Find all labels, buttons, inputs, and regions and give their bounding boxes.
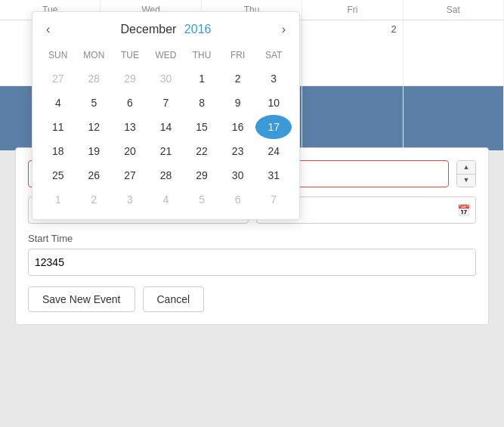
datepicker-day[interactable]: 26 [76, 163, 113, 187]
datepicker-day[interactable]: 23 [220, 139, 256, 163]
datepicker-prev-button[interactable]: ‹ [40, 20, 56, 39]
datepicker-day[interactable]: 25 [40, 163, 76, 187]
datepicker-day[interactable]: 18 [40, 139, 76, 163]
start-time-label: Start Time [28, 233, 476, 244]
datepicker-day[interactable]: 2 [76, 187, 113, 212]
datepicker-weekday: SAT [255, 47, 292, 63]
datepicker-day[interactable]: 6 [220, 187, 256, 212]
cal-cell [404, 86, 504, 151]
datepicker-weekday: TUE [112, 47, 148, 63]
datepicker-month: December [121, 23, 177, 36]
datepicker-day[interactable]: 24 [255, 139, 292, 163]
spinner-down-button[interactable]: ▼ [457, 175, 475, 187]
datepicker-weekdays: SUNMONTUEWEDTHUFRISAT [40, 47, 292, 63]
datepicker-day[interactable]: 3 [255, 67, 292, 91]
datepicker-day[interactable]: 13 [112, 115, 148, 139]
datepicker-day[interactable]: 30 [148, 67, 184, 91]
datepicker-day[interactable]: 19 [76, 139, 113, 163]
datepicker-days: 2728293012345678910111213141516171819202… [40, 67, 292, 212]
datepicker-month-year: December 2016 [121, 23, 212, 36]
datepicker-day[interactable]: 5 [76, 91, 113, 115]
datepicker-day[interactable]: 4 [40, 91, 76, 115]
datepicker-weekday: WED [148, 47, 184, 63]
datepicker-day[interactable]: 15 [184, 115, 220, 139]
datepicker-day[interactable]: 29 [112, 67, 148, 91]
datepicker-day[interactable]: 2 [220, 67, 256, 91]
start-time-input[interactable] [28, 249, 476, 276]
spinner-up-button[interactable]: ▲ [457, 161, 475, 175]
save-new-event-button[interactable]: Save New Event [28, 286, 135, 312]
spinner: ▲ ▼ [456, 160, 476, 187]
datepicker-day[interactable]: 27 [112, 163, 148, 187]
datepicker-day[interactable]: 30 [220, 163, 256, 187]
cancel-button[interactable]: Cancel [143, 286, 205, 312]
datepicker-weekday: MON [76, 47, 113, 63]
datepicker-popup: ‹ December 2016 › SUNMONTUEWEDTHUFRISAT … [32, 11, 300, 220]
datepicker-weekday: THU [184, 47, 220, 63]
datepicker-day[interactable]: 10 [255, 91, 292, 115]
datepicker-day[interactable]: 9 [220, 91, 256, 115]
cal-cell [404, 20, 504, 85]
datepicker-day[interactable]: 1 [184, 67, 220, 91]
datepicker-day[interactable]: 3 [112, 187, 148, 212]
datepicker-weekday: SUN [40, 47, 76, 63]
datepicker-day[interactable]: 16 [220, 115, 256, 139]
cal-cell: 2 [302, 20, 403, 85]
datepicker-day[interactable]: 17 [255, 115, 292, 139]
datepicker-weekday: FRI [220, 47, 256, 63]
datepicker-day[interactable]: 4 [148, 187, 184, 212]
datepicker-day[interactable]: 11 [40, 115, 76, 139]
calendar-icon-end: 📅 [457, 204, 470, 216]
datepicker-day[interactable]: 6 [112, 91, 148, 115]
datepicker-day[interactable]: 21 [148, 139, 184, 163]
datepicker-day[interactable]: 28 [148, 163, 184, 187]
button-row: Save New Event Cancel [28, 286, 476, 312]
datepicker-day[interactable]: 14 [148, 115, 184, 139]
datepicker-next-button[interactable]: › [276, 20, 292, 39]
col-sat: Sat [404, 0, 504, 20]
datepicker-year: 2016 [184, 23, 212, 36]
datepicker-day[interactable]: 8 [184, 91, 220, 115]
datepicker-day[interactable]: 12 [76, 115, 113, 139]
datepicker-day[interactable]: 1 [40, 187, 76, 212]
col-fri: Fri [302, 0, 403, 20]
datepicker-day[interactable]: 22 [184, 139, 220, 163]
cal-cell [302, 86, 403, 151]
datepicker-day[interactable]: 31 [255, 163, 292, 187]
datepicker-day[interactable]: 7 [148, 91, 184, 115]
datepicker-day[interactable]: 20 [112, 139, 148, 163]
datepicker-day[interactable]: 28 [76, 67, 113, 91]
datepicker-day[interactable]: 27 [40, 67, 76, 91]
datepicker-header: ‹ December 2016 › [40, 20, 292, 39]
datepicker-day[interactable]: 5 [184, 187, 220, 212]
datepicker-day[interactable]: 29 [184, 163, 220, 187]
datepicker-day[interactable]: 7 [255, 187, 292, 212]
